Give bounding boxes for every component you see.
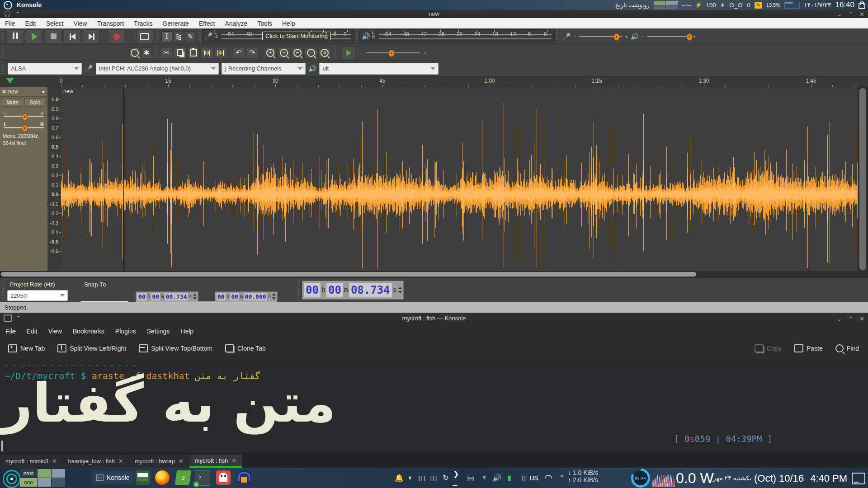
zoom-to-fit-button[interactable]: ⇔ [305,47,317,59]
draw-tool[interactable]: ✎ [185,31,196,42]
menu-tracks[interactable]: Tracks [129,19,157,28]
ghost-app-launcher[interactable] [216,470,231,485]
tray-yakuake-icon[interactable]: ❯_ [453,473,463,482]
maximize-button[interactable]: ⌃ [848,11,853,18]
tab-close-icon[interactable]: ✕ [231,457,236,464]
close-button[interactable]: ✕ [859,315,864,322]
clock[interactable]: 16:40 [835,0,854,9]
tray-color-picker-icon[interactable]: ♆ [479,473,489,482]
paste-button[interactable] [187,47,200,59]
tray-media-pause-icon[interactable]: ◫ [417,473,427,482]
transport-skip-to-start-button[interactable] [64,29,81,43]
transport-play-button[interactable] [26,29,43,43]
file-manager-launcher[interactable] [136,470,150,485]
pager-desktop-next[interactable]: next [20,469,37,478]
brightness-icon[interactable]: ☀ [720,2,725,9]
menu-help[interactable]: Help [277,19,300,28]
toolbar-grip[interactable] [297,281,300,300]
tray-notifications-icon[interactable]: 🔔 [394,473,404,482]
copy-button[interactable]: Copy [750,342,786,355]
recording-meter[interactable]: 🎤 LR Click to Start Monitoring -54-488-1… [202,29,354,43]
pan-slider[interactable] [4,127,44,128]
transport-skip-to-end-button[interactable] [83,29,100,43]
konsole-menu-bookmarks[interactable]: Bookmarks [67,326,110,336]
gain-slider[interactable] [4,116,44,117]
toolbar-grip[interactable] [1,30,4,43]
menu-generate[interactable]: Generate [158,19,194,28]
minimize-button[interactable]: ⌄ [837,315,842,322]
redo-button[interactable]: ↷ [246,47,259,59]
selection-tool[interactable]: I [161,31,172,42]
menu-select[interactable]: Select [41,19,69,28]
audio-host-select[interactable]: ALSA [8,63,82,75]
zoom-to-selection-button[interactable]: ⇤ [291,47,304,59]
recording-device-select[interactable]: Intel PCH: ALC236 Analog (hw:0,0) [96,63,219,75]
selection-start-field[interactable]: 00h00m08.734s [136,291,198,301]
tab-mycroft-mimic3[interactable]: mycroft : mimic3✕ [0,455,63,468]
new-tab-button[interactable]: New Tab [4,342,49,355]
system-monitor-graph[interactable] [652,475,675,487]
paste-button[interactable]: Paste [790,342,827,355]
lock-icon[interactable] [859,3,865,9]
toolbar-grip[interactable] [2,281,5,300]
toolbar-grip[interactable] [155,47,157,59]
vertical-scrollbar[interactable] [858,87,868,271]
waveform-area[interactable]: new [61,87,858,271]
tray-battery-icon[interactable]: ▮ [505,473,514,482]
playback-volume-slider[interactable] [647,36,690,37]
copy-button[interactable] [174,47,186,59]
tab-close-icon[interactable]: ✕ [179,458,184,465]
transport-loop-button[interactable] [136,29,153,43]
track-close-button[interactable]: ✕ [2,89,6,95]
toolbar-grip[interactable] [356,30,358,43]
taskbar-date-time[interactable]: (Oct) 10/16 4:40 PM [754,473,847,484]
clipboard-widget-label[interactable]: رونوشت تاریخ [615,2,650,9]
progress-widget[interactable] [784,2,800,9]
konsole-menu-settings[interactable]: Settings [142,326,175,336]
solo-button[interactable]: Solo [24,99,46,107]
waveform-canvas[interactable] [61,87,858,271]
project-rate-select[interactable]: 22050 [7,290,68,301]
close-button[interactable]: ✕ [859,11,864,18]
zoom-out-button[interactable]: − [278,47,290,59]
tab-close-icon[interactable]: ✕ [118,458,123,465]
play-speed-slider[interactable] [366,52,420,53]
track-menu-arrow-icon[interactable]: ▼ [41,89,46,94]
playback-meter[interactable]: 🔊 LR -54-48-42-36-30-24-18-12-60 [359,29,555,43]
menu-analyze[interactable]: Analyze [220,19,253,28]
cpu-gauge[interactable]: 82.0% [631,469,650,488]
terminal-area[interactable]: ------------------ ~/D/t/mycroft $ arast… [0,359,868,453]
track-name-menu[interactable]: new [8,89,39,95]
playback-volume-knob[interactable] [686,33,693,41]
trim-audio-button[interactable] [201,47,213,59]
selection-length-spinner[interactable] [272,293,276,300]
app-launcher-button[interactable] [3,470,21,488]
mute-button[interactable]: Mute [2,99,23,107]
toolbar-grip[interactable] [156,30,159,43]
menu-edit[interactable]: Edit [20,19,41,28]
tray-keyboard-layout-icon[interactable]: us [529,473,539,482]
show-desktop-button[interactable] [852,473,865,484]
konsole-menu-file[interactable]: File [0,326,21,336]
pager-window-preview[interactable] [38,469,51,478]
tray-night-color-icon[interactable]: ◐ [406,473,415,482]
horizontal-scrollbar[interactable] [0,271,868,277]
envelope-tool[interactable]: ⧎ [173,31,184,42]
tray-expand-tray-icon[interactable]: ⌃ [557,473,567,482]
zoom-toggle-button[interactable]: ⊙ [318,47,331,59]
tray-software-updates-icon[interactable]: ↻ [441,473,451,482]
undo-button[interactable]: ↶ [232,47,245,59]
zoom-tool[interactable] [129,47,140,58]
toolbar-grip[interactable] [334,47,336,59]
menu-view[interactable]: View [69,19,92,28]
minimize-button[interactable]: ⌄ [837,11,842,18]
record-volume-knob[interactable] [613,33,620,41]
tab-haaniye-low-fish[interactable]: haaniye_low : fish✕ [63,455,129,468]
pan-knob[interactable] [22,125,28,132]
silence-audio-button[interactable] [214,47,227,59]
tray-network-wifi-icon[interactable]: ◠ [543,473,553,482]
menu-tools[interactable]: Tools [252,19,277,28]
menu-transport[interactable]: Transport [92,19,129,28]
pager-widget[interactable] [654,1,678,9]
tray-clipboard-manager-icon[interactable]: ▤ [466,473,476,482]
